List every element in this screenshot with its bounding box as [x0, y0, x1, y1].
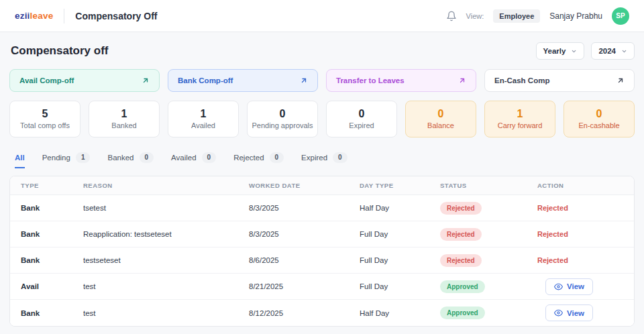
- stat-label: En-cashable: [578, 121, 619, 129]
- external-arrow-icon: [458, 76, 466, 85]
- cell-action: Rejected: [537, 230, 634, 238]
- stat-label: Availed: [191, 121, 215, 129]
- tab-label: All: [15, 154, 25, 162]
- action-card-transfer-to-leaves[interactable]: Transfer to Leaves: [326, 69, 476, 92]
- status-tabs: AllPending1Banked0Availed0Rejected0Expir…: [9, 148, 635, 170]
- tab-pending[interactable]: Pending1: [42, 152, 91, 170]
- cell-type: Bank: [21, 256, 83, 264]
- tab-availed[interactable]: Availed0: [171, 152, 216, 170]
- action-card-en-cash-comp[interactable]: En-Cash Comp: [484, 69, 635, 92]
- table-row: Availtest8/21/2025Full DayApprovedView: [10, 274, 634, 300]
- cell-worked-date: 8/3/2025: [249, 230, 360, 238]
- cell-type: Bank: [21, 230, 83, 238]
- topbar-page-title: Compensatory Off: [75, 11, 157, 21]
- stat-card-pending-approvals: 0Pending approvals: [247, 101, 318, 137]
- cell-type: Avail: [21, 282, 83, 290]
- action-card-label: Bank Comp-off: [178, 76, 233, 85]
- cell-type: Bank: [21, 204, 83, 212]
- status-badge: Approved: [440, 307, 485, 319]
- stat-value: 0: [359, 109, 365, 119]
- stat-value: 0: [438, 109, 444, 119]
- cell-reason: tsetest: [83, 204, 249, 212]
- table-row: Banktsetest8/3/2025Half DayRejectedRejec…: [10, 195, 634, 221]
- table-row: Banktestseteset8/6/2025Full DayRejectedR…: [10, 247, 634, 274]
- column-header-action: Action: [537, 182, 634, 189]
- stat-card-expired: 0Expired: [326, 101, 397, 137]
- action-status-text: Rejected: [537, 204, 568, 212]
- tab-banked[interactable]: Banked0: [107, 152, 154, 170]
- stat-value: 1: [121, 109, 127, 119]
- status-badge: Rejected: [440, 254, 482, 267]
- tab-all[interactable]: All: [15, 154, 25, 168]
- stat-label: Expired: [349, 121, 374, 129]
- stat-card-balance: 0Balance: [405, 101, 476, 137]
- action-cards-row: Avail Comp-offBank Comp-offTransfer to L…: [9, 69, 635, 92]
- top-bar: eziileave Compensatory Off View: Employe…: [0, 0, 644, 32]
- action-card-avail-comp-off[interactable]: Avail Comp-off: [9, 69, 160, 92]
- stat-card-total-comp-offs: 5Total comp offs: [9, 101, 80, 137]
- column-header-day-type: Day Type: [360, 182, 440, 189]
- comp-off-table: TypeReasonWorked DateDay TypeStatusActio…: [9, 176, 635, 327]
- view-button[interactable]: View: [545, 304, 593, 321]
- tab-label: Availed: [171, 154, 197, 162]
- stat-value: 5: [42, 109, 48, 119]
- view-button[interactable]: View: [545, 278, 593, 295]
- eye-icon: [554, 309, 563, 317]
- page-title: Compensatory off: [11, 44, 108, 58]
- stat-label: Carry forward: [498, 121, 543, 129]
- logo-divider: [64, 9, 64, 23]
- period-dropdown[interactable]: Yearly: [536, 42, 585, 60]
- user-avatar[interactable]: SP: [612, 7, 629, 25]
- cell-reason: testseteset: [83, 256, 249, 264]
- cell-type: Bank: [21, 309, 83, 317]
- tab-label: Pending: [42, 154, 70, 162]
- tab-count-badge: 0: [333, 152, 347, 163]
- tab-count-badge: 0: [140, 152, 154, 163]
- stat-card-en-cashable: 0En-cashable: [564, 101, 635, 137]
- action-card-label: Transfer to Leaves: [336, 76, 405, 85]
- cell-status: Rejected: [440, 228, 537, 241]
- stat-value: 1: [201, 109, 207, 119]
- stat-card-carry-forward: 1Carry forward: [484, 101, 555, 137]
- column-header-type: Type: [21, 182, 83, 189]
- view-button-label: View: [567, 282, 584, 290]
- external-arrow-icon: [142, 76, 150, 85]
- cell-day-type: Full Day: [360, 256, 440, 264]
- stat-label: Pending approvals: [252, 121, 313, 129]
- user-name: Sanjay Prabhu: [549, 11, 602, 21]
- tab-count-badge: 0: [202, 152, 217, 163]
- cell-action: Rejected: [537, 256, 634, 264]
- cell-worked-date: 8/3/2025: [249, 204, 360, 212]
- stat-value: 1: [517, 109, 523, 119]
- cell-status: Rejected: [440, 202, 537, 215]
- year-dropdown[interactable]: 2024: [591, 42, 635, 60]
- table-header-row: TypeReasonWorked DateDay TypeStatusActio…: [10, 176, 634, 195]
- logo-part-2: leave: [30, 11, 54, 21]
- stat-value: 0: [596, 109, 602, 119]
- eye-icon: [554, 282, 563, 291]
- chevron-down-icon: [571, 48, 577, 54]
- view-mode-badge[interactable]: Employee: [493, 9, 540, 23]
- action-card-bank-comp-off[interactable]: Bank Comp-off: [168, 69, 318, 92]
- app-logo: eziileave: [15, 11, 53, 21]
- tab-label: Banked: [107, 154, 133, 162]
- column-header-reason: Reason: [83, 182, 249, 189]
- cell-worked-date: 8/21/2025: [249, 282, 360, 290]
- stat-label: Banked: [111, 121, 136, 129]
- cell-status: Approved: [440, 307, 537, 319]
- tab-rejected[interactable]: Rejected0: [233, 152, 284, 170]
- cell-reason: test: [83, 309, 249, 317]
- tab-expired[interactable]: Expired0: [301, 152, 347, 170]
- stat-card-banked: 1Banked: [89, 101, 160, 137]
- period-dropdown-value: Yearly: [543, 47, 566, 55]
- table-body: Banktsetest8/3/2025Half DayRejectedRejec…: [10, 195, 634, 326]
- action-status-text: Rejected: [537, 230, 568, 238]
- status-badge: Approved: [440, 280, 485, 293]
- stat-value: 0: [280, 109, 286, 119]
- notification-bell-icon[interactable]: [446, 11, 457, 21]
- cell-action: View: [537, 304, 634, 321]
- chevron-down-icon: [621, 48, 627, 54]
- tab-label: Expired: [301, 154, 327, 162]
- tab-count-badge: 1: [76, 152, 91, 163]
- table-row: Banktest8/12/2025Half DayApprovedView: [10, 300, 634, 326]
